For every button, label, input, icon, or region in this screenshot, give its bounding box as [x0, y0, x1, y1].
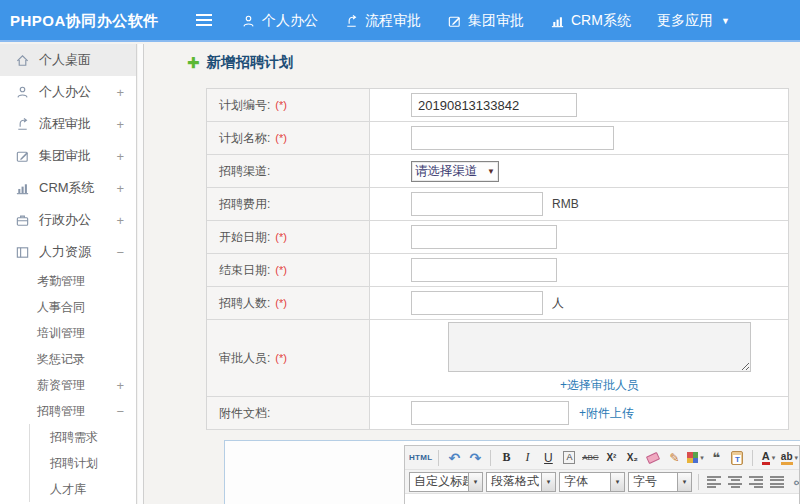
sidebar-item-process-approval[interactable]: 流程审批 +: [0, 108, 136, 140]
collapse-icon[interactable]: −: [116, 404, 124, 419]
editor-content-area[interactable]: [405, 494, 799, 504]
sidebar-item-personal-office[interactable]: 个人办公 +: [0, 76, 136, 108]
align-center-icon[interactable]: [726, 473, 744, 491]
html-source-icon[interactable]: HTML: [409, 449, 432, 467]
headcount-unit: 人: [552, 295, 564, 312]
cost-input[interactable]: [411, 192, 543, 216]
caret-down-icon: ▼: [721, 16, 730, 26]
sidebar-item-hr-contract[interactable]: 人事合同: [0, 294, 136, 320]
sidebar-item-attendance[interactable]: 考勤管理: [0, 268, 136, 294]
sidebar-item-desktop[interactable]: 个人桌面: [0, 44, 136, 76]
align-right-icon[interactable]: [747, 473, 765, 491]
font-family-select[interactable]: 字体 ▾: [559, 472, 625, 492]
font-size-select[interactable]: 字号 ▾: [628, 472, 692, 492]
caret-down-icon: ▾: [795, 454, 799, 462]
label-text: 招聘渠道:: [219, 163, 270, 180]
expand-icon[interactable]: +: [116, 378, 124, 393]
font-style-icon[interactable]: A: [563, 451, 575, 464]
color-palette-icon[interactable]: ▾: [686, 449, 704, 467]
nav-personal-office[interactable]: 个人办公: [228, 0, 331, 42]
plan-name-input[interactable]: [411, 126, 614, 150]
app-header: PHPOA协同办公软件 个人办公 流程审批 集团审批 CRM系统 更多应用 ▼: [0, 0, 800, 42]
expand-icon[interactable]: +: [116, 213, 124, 228]
link-icon[interactable]: ∞: [789, 473, 800, 491]
attachment-upload-link[interactable]: +附件上传: [579, 405, 634, 422]
nav-more-apps[interactable]: 更多应用 ▼: [644, 0, 743, 42]
currency-unit: RMB: [552, 197, 579, 211]
home-icon: [15, 53, 30, 68]
nav-process-approval[interactable]: 流程审批: [331, 0, 434, 42]
expand-icon[interactable]: +: [116, 117, 124, 132]
sidebar-item-rewards[interactable]: 奖惩记录: [0, 346, 136, 372]
plan-number-input[interactable]: [411, 93, 577, 117]
subscript-icon[interactable]: X₂: [623, 449, 641, 467]
expand-icon[interactable]: +: [116, 85, 124, 100]
blockquote-icon[interactable]: ❝: [707, 449, 725, 467]
headcount-input[interactable]: [411, 291, 543, 315]
sidebar-item-training[interactable]: 培训管理: [0, 320, 136, 346]
form-row-channel: 招聘渠道: 请选择渠道 ▼: [207, 155, 788, 188]
field-label: 招聘人数: (*): [207, 287, 370, 319]
bold-icon[interactable]: B: [497, 449, 515, 467]
superscript-icon[interactable]: X²: [602, 449, 620, 467]
caret-down-icon: ▾: [677, 473, 691, 491]
highlight-icon[interactable]: ab▾: [780, 449, 798, 467]
collapse-icon[interactable]: −: [116, 245, 124, 260]
redo-icon[interactable]: ↷: [466, 449, 484, 467]
channel-select-value: 请选择渠道: [412, 163, 486, 180]
select-approvers-link[interactable]: +选择审批人员: [560, 377, 639, 394]
format-brush-icon[interactable]: ✎: [665, 449, 683, 467]
form-row-approvers: 审批人员: (*) +选择审批人员: [207, 320, 788, 397]
sidebar-item-salary[interactable]: 薪资管理 +: [0, 372, 136, 398]
underline-icon[interactable]: U: [539, 449, 557, 467]
end-date-input[interactable]: [411, 258, 557, 282]
sidebar-subitem-label: 招聘需求: [50, 429, 98, 446]
nav-label: 个人办公: [262, 12, 318, 30]
form-row-attachment: 附件文档: +附件上传: [207, 397, 788, 430]
align-justify-icon[interactable]: [768, 473, 786, 491]
label-text: 招聘人数:: [219, 295, 270, 312]
field-label: 结束日期: (*): [207, 254, 370, 286]
form-row-end-date: 结束日期: (*): [207, 254, 788, 287]
sidebar-item-talent-pool[interactable]: 人才库: [30, 476, 136, 502]
form-row-plan-name: 计划名称: (*): [207, 122, 788, 155]
font-color-icon[interactable]: A▾: [759, 449, 777, 467]
sidebar-item-recruit-mgmt[interactable]: 招聘管理 −: [0, 398, 136, 424]
paste-icon[interactable]: T: [728, 449, 746, 467]
field-label: 开始日期: (*): [207, 221, 370, 253]
italic-icon[interactable]: I: [518, 449, 536, 467]
nav-group-approval[interactable]: 集团审批: [434, 0, 537, 42]
start-date-input[interactable]: [411, 225, 557, 249]
sidebar-subitem-label: 人事合同: [37, 299, 85, 316]
strikethrough-icon[interactable]: ABC: [581, 449, 599, 467]
editor-label-cell: [225, 441, 404, 504]
heading-select[interactable]: 自定义标题 ▾: [409, 472, 483, 492]
sidebar-item-group-approval[interactable]: 集团审批 +: [0, 140, 136, 172]
page-title: ✚ 新增招聘计划: [187, 53, 294, 72]
approvers-textarea[interactable]: [448, 322, 751, 372]
sidebar-item-recruit-demand[interactable]: 招聘需求: [30, 424, 136, 450]
eraser-icon[interactable]: [646, 451, 660, 463]
nav-crm-system[interactable]: CRM系统: [537, 0, 644, 42]
recruit-plan-form: 计划编号: (*) 计划名称: (*) 招聘渠道: 请选择渠道: [206, 88, 789, 430]
channel-select[interactable]: 请选择渠道 ▼: [411, 161, 499, 182]
editor-toolbar-row1: HTML ↶ ↷ B I U A ABC X² X₂ ✎ ▾ ❝ T A▾ ab…: [405, 446, 799, 470]
edit-icon: [15, 149, 30, 164]
caret-down-icon: ▾: [700, 454, 704, 462]
menu-icon[interactable]: [196, 14, 214, 28]
paragraph-select[interactable]: 段落格式 ▾: [486, 472, 556, 492]
sidebar-item-crm[interactable]: CRM系统 +: [0, 172, 136, 204]
attachment-input[interactable]: [411, 401, 569, 425]
sidebar-item-admin-office[interactable]: 行政办公 +: [0, 204, 136, 236]
align-left-icon[interactable]: [705, 473, 723, 491]
required-marker: (*): [275, 264, 287, 276]
form-row-plan-number: 计划编号: (*): [207, 89, 788, 122]
undo-icon[interactable]: ↶: [445, 449, 463, 467]
expand-icon[interactable]: +: [116, 181, 124, 196]
required-marker: (*): [275, 231, 287, 243]
sidebar-item-label: 行政办公: [39, 211, 91, 229]
expand-icon[interactable]: +: [116, 149, 124, 164]
sidebar-subitem-label: 人才库: [50, 481, 86, 498]
sidebar-item-recruit-plan[interactable]: 招聘计划: [30, 450, 136, 476]
sidebar-item-hr[interactable]: 人力资源 −: [0, 236, 136, 268]
